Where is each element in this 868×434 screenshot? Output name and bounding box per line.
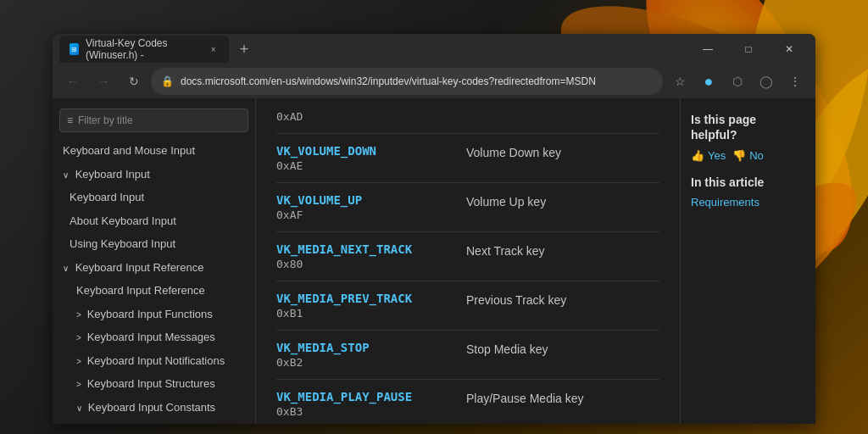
vk-row-content: VK_MEDIA_PLAY_PAUSE 0xB3 Play/Pause Medi… (276, 390, 659, 418)
sidebar-item-using-keyboard[interactable]: Using Keyboard Input (53, 232, 255, 256)
sidebar-item-label: Keyboard Input Structures (87, 377, 215, 390)
menu-button[interactable]: ⋮ (782, 68, 809, 95)
sidebar-item-label: Keyboard and Mouse Input (63, 144, 195, 157)
helpful-heading: Is this page helpful? (691, 112, 805, 142)
vk-row-content: VK_VOLUME_UP 0xAF Volume Up key (276, 193, 659, 221)
arrow-icon: > (76, 357, 84, 366)
sidebar-item-keyboard-messages[interactable]: > Keyboard Input Messages (53, 326, 255, 349)
vk-row-3: VK_MEDIA_NEXT_TRACK 0x80 Next Track key (276, 232, 659, 281)
address-bar[interactable]: 🔒 docs.microsoft.com/en-us/windows/win32… (151, 68, 663, 95)
vk-code-block: VK_MEDIA_PREV_TRACK 0xB1 (276, 292, 446, 320)
profile-button[interactable]: ● (695, 68, 722, 95)
arrow-icon: ∨ (63, 170, 69, 180)
vk-row-content: VK_MEDIA_NEXT_TRACK 0x80 Next Track key (276, 242, 659, 270)
sidebar-item-label: Using Keyboard Input (70, 237, 175, 250)
sidebar-item-label: Keyboard Input Notifications (87, 354, 225, 367)
vk-name: VK_MEDIA_PLAY_PAUSE (276, 390, 446, 403)
arrow-icon: > (76, 380, 84, 389)
back-button[interactable]: ← (59, 68, 86, 95)
sidebar-item-keyboard-structures[interactable]: > Keyboard Input Structures (53, 372, 255, 396)
arrow-icon: > (76, 333, 84, 342)
sidebar-item-about-keyboard[interactable]: About Keyboard Input (53, 209, 255, 233)
sidebar-item-label: About Keyboard Input (70, 214, 176, 227)
close-tab-button[interactable]: × (208, 42, 219, 56)
vk-hex: 0x80 (276, 258, 446, 270)
sidebar-item-label: Keyboard Input (70, 191, 144, 203)
browser-content: ≡ Filter by title Keyboard and Mouse Inp… (53, 98, 815, 424)
window-controls: — □ ✕ (688, 36, 809, 63)
vk-description: Volume Up key (466, 193, 546, 209)
vk-name: VK_MEDIA_NEXT_TRACK (276, 242, 446, 256)
filter-placeholder: Filter by title (78, 114, 133, 126)
sidebar-item-label: Keyboard Input Reference (76, 284, 205, 297)
no-button[interactable]: 👎 No (732, 149, 764, 162)
sidebar-item-keyboard-constants-sub[interactable]: Keyboard Input Constants (53, 419, 255, 424)
vk-name: VK_MEDIA_PREV_TRACK (276, 292, 446, 305)
navigation-bar: ← → ↻ 🔒 docs.microsoft.com/en-us/windows… (53, 64, 815, 98)
minimize-button[interactable]: — (688, 36, 727, 63)
close-button[interactable]: ✕ (770, 36, 809, 63)
vk-hex: 0xB1 (276, 307, 446, 320)
tab-label: Virtual-Key Codes (Winuser.h) - (86, 37, 198, 61)
vk-name: VK_VOLUME_UP (276, 193, 446, 207)
forward-button[interactable]: → (90, 68, 117, 95)
vk-code-block: VK_VOLUME_DOWN 0xAE (276, 144, 446, 172)
sidebar-item-keyboard-mouse[interactable]: Keyboard and Mouse Input (53, 139, 255, 163)
vk-code-block: VK_MEDIA_STOP 0xB2 (276, 341, 446, 369)
vk-row-content: VK_MEDIA_STOP 0xB2 Stop Media key (276, 341, 659, 369)
feedback-buttons: 👍 Yes 👎 No (691, 149, 805, 162)
vk-row-content: VK_VOLUME_DOWN 0xAE Volume Down key (276, 144, 659, 172)
article-heading: In this article (691, 175, 805, 189)
sidebar-item-keyboard-notifications[interactable]: > Keyboard Input Notifications (53, 349, 255, 373)
address-text: docs.microsoft.com/en-us/windows/win32/i… (181, 75, 596, 87)
vk-name: VK_VOLUME_DOWN (276, 144, 446, 158)
sidebar-item-keyboard-constants[interactable]: ∨ Keyboard Input Constants (53, 396, 255, 420)
sidebar-item-keyboard-input[interactable]: ∨ Keyboard Input (53, 163, 255, 186)
extension-button[interactable]: ⬡ (724, 68, 751, 95)
browser-window: ⊞ Virtual-Key Codes (Winuser.h) - × + — … (53, 34, 815, 424)
refresh-button[interactable]: ↻ (120, 68, 147, 95)
sidebar-item-keyboard-input-sub[interactable]: Keyboard Input (53, 186, 255, 209)
vk-description: Play/Pause Media key (466, 390, 584, 405)
yes-label: Yes (708, 149, 726, 162)
vk-code-block: 0xAD (276, 108, 446, 123)
vk-row-4: VK_MEDIA_PREV_TRACK 0xB1 Previous Track … (276, 281, 659, 331)
browser-tab[interactable]: ⊞ Virtual-Key Codes (Winuser.h) - × (59, 36, 229, 63)
vk-hex: 0xAF (276, 209, 446, 221)
vk-description: Stop Media key (466, 341, 548, 356)
new-tab-button[interactable]: + (232, 37, 256, 61)
arrow-icon: ∨ (63, 264, 69, 273)
vk-row-content: VK_MEDIA_PREV_TRACK 0xB1 Previous Track … (276, 292, 659, 320)
main-content: 0xAD VK_VOLUME_DOWN 0xAE Volume Down key (256, 98, 680, 424)
requirements-link[interactable]: Requirements (691, 196, 805, 209)
yes-button[interactable]: 👍 Yes (691, 149, 726, 162)
vk-hex: 0xAD (276, 110, 446, 123)
vk-row-5: VK_MEDIA_STOP 0xB2 Stop Media key (276, 331, 659, 380)
maximize-button[interactable]: □ (729, 36, 768, 63)
title-bar: ⊞ Virtual-Key Codes (Winuser.h) - × + — … (53, 34, 815, 64)
thumbs-down-icon: 👎 (732, 149, 746, 162)
vk-row-content: 0xAD (276, 108, 659, 123)
sidebar-item-label: Keyboard Input Constants (88, 401, 215, 414)
vk-row-2: VK_VOLUME_UP 0xAF Volume Up key (276, 183, 659, 232)
user-button[interactable]: ◯ (753, 68, 780, 95)
lock-icon: 🔒 (161, 75, 174, 87)
star-button[interactable]: ☆ (666, 68, 693, 95)
sidebar-item-label: Keyboard Input (75, 168, 150, 181)
sidebar-item-keyboard-ref-sub[interactable]: Keyboard Input Reference (53, 279, 255, 303)
filter-input[interactable]: ≡ Filter by title (59, 108, 248, 132)
sidebar-item-keyboard-functions[interactable]: > Keyboard Input Functions (53, 303, 255, 326)
vk-code-block: VK_VOLUME_UP 0xAF (276, 193, 446, 221)
vk-hex: 0xB2 (276, 356, 446, 369)
filter-icon: ≡ (67, 114, 73, 126)
vk-name: VK_MEDIA_STOP (276, 341, 446, 354)
sidebar: ≡ Filter by title Keyboard and Mouse Inp… (53, 98, 256, 424)
vk-code-block: VK_MEDIA_NEXT_TRACK 0x80 (276, 242, 446, 270)
vk-row-6: VK_MEDIA_PLAY_PAUSE 0xB3 Play/Pause Medi… (276, 380, 659, 424)
vk-row-0: 0xAD (276, 98, 659, 134)
sidebar-item-label: Keyboard Input Messages (87, 331, 215, 343)
sidebar-item-label: Keyboard Input Reference (75, 261, 204, 274)
vk-code-block: VK_MEDIA_PLAY_PAUSE 0xB3 (276, 390, 446, 418)
arrow-icon: ∨ (76, 403, 85, 413)
sidebar-item-keyboard-ref[interactable]: ∨ Keyboard Input Reference (53, 256, 255, 280)
